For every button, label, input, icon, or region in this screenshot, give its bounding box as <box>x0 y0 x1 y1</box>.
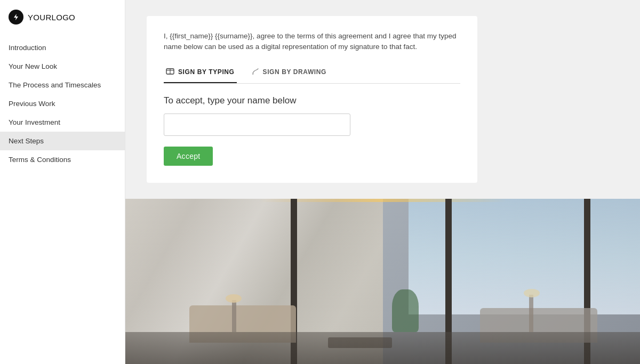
type-label: To accept, type your name below <box>164 95 460 106</box>
agreement-text: I, {{first_name}} {{surname}}, agree to … <box>164 31 460 53</box>
sidebar-nav: Introduction Your New Look The Process a… <box>0 34 125 173</box>
card-section: I, {{first_name}} {{surname}}, agree to … <box>125 0 640 199</box>
tab-sign-by-typing[interactable]: SIGN BY TYPING <box>164 63 237 83</box>
floor <box>125 332 640 364</box>
sidebar-item-your-new-look[interactable]: Your New Look <box>0 57 125 76</box>
room-image <box>125 199 640 365</box>
accept-button[interactable]: Accept <box>164 147 213 166</box>
sign-tabs: SIGN BY TYPING SIGN BY DRAWING <box>164 63 460 84</box>
signature-card: I, {{first_name}} {{surname}}, agree to … <box>147 16 477 183</box>
main-content: I, {{first_name}} {{surname}}, agree to … <box>125 0 640 364</box>
sidebar-item-introduction[interactable]: Introduction <box>0 38 125 57</box>
lamp-shade-left <box>226 294 242 303</box>
sidebar-item-previous-work[interactable]: Previous Work <box>0 94 125 113</box>
name-input[interactable] <box>164 114 350 136</box>
logo-text: YOURLOGO <box>28 13 75 22</box>
lamp-shade-right <box>524 289 540 297</box>
svg-marker-0 <box>14 14 18 20</box>
tab-sign-by-drawing[interactable]: SIGN BY DRAWING <box>250 63 329 83</box>
lamp-right <box>529 295 533 332</box>
lamp-left <box>232 300 236 332</box>
logo-icon <box>9 10 23 25</box>
sidebar-item-terms-conditions[interactable]: Terms & Conditions <box>0 150 125 169</box>
pen-icon <box>252 68 259 77</box>
sidebar-item-next-steps[interactable]: Next Steps <box>0 132 125 150</box>
keyboard-icon <box>166 68 174 77</box>
window-sky <box>409 199 640 314</box>
sidebar: YOURLOGO Introduction Your New Look The … <box>0 0 125 364</box>
logo-area: YOURLOGO <box>0 0 125 34</box>
tab-typing-label: SIGN BY TYPING <box>178 68 235 76</box>
plant <box>392 289 419 332</box>
tab-drawing-label: SIGN BY DRAWING <box>263 68 326 76</box>
sidebar-item-process-timescales[interactable]: The Process and Timescales <box>0 76 125 94</box>
sidebar-item-your-investment[interactable]: Your Investment <box>0 113 125 132</box>
